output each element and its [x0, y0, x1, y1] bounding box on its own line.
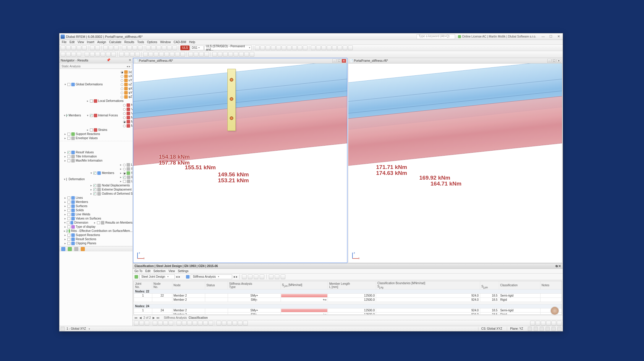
tb2-af-icon[interactable]	[239, 52, 244, 57]
tb-b-icon[interactable]	[151, 45, 156, 50]
tb-print-icon[interactable]	[82, 45, 87, 50]
tb2-y-icon[interactable]	[199, 52, 204, 57]
tb2-a-icon[interactable]	[61, 52, 65, 57]
tree-item[interactable]: ▸Line Welds	[63, 212, 132, 217]
tp-menu-goto[interactable]: Go To	[135, 269, 143, 273]
tb-open-icon[interactable]	[66, 45, 71, 50]
maximize-button[interactable]: ☐	[548, 35, 554, 39]
tb-g2-icon[interactable]	[260, 45, 265, 50]
vt-u-icon[interactable]	[530, 321, 535, 326]
tree-item[interactable]: ▾Members▸Lines▸Section▸Section Colored▸E…	[89, 163, 132, 183]
nav-tab-data-icon[interactable]	[61, 247, 65, 251]
tp-nextpage-icon[interactable]: ▶	[153, 316, 155, 319]
menu-calculate[interactable]: Calculate	[108, 40, 123, 44]
viewport-left[interactable]: 📄 PortalFrame_stiffness.rf6* — ☐ ✕	[133, 58, 347, 263]
tp-c-icon[interactable]	[254, 274, 258, 279]
nav-tab-views-icon[interactable]	[74, 247, 78, 251]
uls-tag[interactable]: ULS	[180, 45, 190, 50]
tb-results-icon[interactable]	[127, 45, 132, 50]
tb2-u-icon[interactable]	[175, 52, 180, 57]
tp-prevpage-icon[interactable]: ◀	[139, 316, 142, 319]
tp-tab-stiffness[interactable]: Stiffness Analysis	[164, 316, 187, 319]
design-combo[interactable]: Steel Joint Design	[139, 274, 175, 279]
tp-menu-settings[interactable]: Settings	[178, 269, 188, 273]
menu-options[interactable]: Options	[146, 40, 158, 44]
tb-g6-icon[interactable]	[281, 45, 286, 50]
vt-e-icon[interactable]	[158, 321, 163, 326]
tp-d-icon[interactable]	[260, 274, 264, 279]
tree-item[interactable]: ▸Local Torsional Rotations	[119, 179, 132, 183]
tb2-x-icon[interactable]	[194, 52, 198, 57]
vt-r-icon[interactable]	[232, 321, 237, 326]
tb2-k-icon[interactable]	[119, 52, 124, 57]
menu-assign[interactable]: Assign	[96, 40, 107, 44]
classification-table[interactable]: JointNo.NodeNo.NodeStatusStiffness Analy…	[133, 281, 562, 315]
sb-c-icon[interactable]	[540, 327, 544, 331]
tb2-b-icon[interactable]	[66, 52, 71, 57]
vt-y-icon[interactable]	[551, 321, 556, 326]
tree-item[interactable]: ▸Clipping Planes	[63, 241, 132, 245]
tb-g9-icon[interactable]	[297, 45, 302, 50]
tb-h3-icon[interactable]	[321, 45, 326, 50]
tb2-l-icon[interactable]	[124, 52, 129, 57]
tb-e-icon[interactable]	[167, 45, 172, 50]
tree-item[interactable]: ▸Solids	[63, 208, 132, 212]
menu-insert[interactable]: Insert	[86, 40, 96, 44]
menu-window[interactable]: Window	[159, 40, 172, 44]
tb-new-icon[interactable]	[61, 45, 65, 50]
vt-w-icon[interactable]	[541, 321, 546, 326]
vt-x-icon[interactable]	[546, 321, 551, 326]
menu-results[interactable]: Results	[123, 40, 135, 44]
tree-item[interactable]: ▸Section	[119, 167, 132, 171]
tree-item[interactable]: ▸Title Information	[63, 155, 132, 159]
tp-b-icon[interactable]	[248, 274, 253, 279]
tree-item[interactable]: ▸Lines	[63, 196, 132, 200]
menu-view[interactable]: View	[76, 40, 85, 44]
vt-f-icon[interactable]	[163, 321, 168, 326]
canvas-right[interactable]: zx 171.71 kNm174.63 kNm169.92 kNm164.71 …	[348, 64, 562, 263]
tp-a-icon[interactable]	[242, 274, 247, 279]
tb2-h-icon[interactable]	[101, 52, 105, 57]
tb-h5-icon[interactable]	[332, 45, 337, 50]
tb2-ac-icon[interactable]	[223, 52, 228, 57]
tb-reports-icon[interactable]	[132, 45, 137, 50]
results-tree-upper[interactable]: ▾Global Deformations|u|uXuYuZφXφYφZ▾Memb…	[59, 69, 132, 141]
vt-o-icon[interactable]	[216, 321, 221, 326]
tb-h2-icon[interactable]	[316, 45, 321, 50]
tb-f-icon[interactable]	[172, 45, 177, 50]
tb-g10-icon[interactable]	[303, 45, 308, 50]
tb-copy-icon[interactable]	[109, 45, 113, 50]
tree-item[interactable]: ▸Members	[63, 200, 132, 204]
tree-item[interactable]: ▸Values on Surfaces	[63, 217, 132, 221]
tb-g8-icon[interactable]	[292, 45, 297, 50]
sb-cs-icon[interactable]	[61, 327, 65, 331]
tb-redo-icon[interactable]	[95, 45, 100, 50]
nav-tab-results-icon[interactable]	[81, 247, 85, 251]
tp-menu-view[interactable]: View	[169, 269, 175, 273]
tb-g3-icon[interactable]	[266, 45, 270, 50]
tb2-i-icon[interactable]	[106, 52, 111, 57]
vp-min-icon[interactable]: —	[547, 59, 551, 63]
navigator-pin-icon[interactable]: 📌	[106, 58, 111, 62]
vt-a-icon[interactable]	[134, 321, 139, 326]
vt-d-icon[interactable]	[153, 321, 157, 326]
tb2-ag-icon[interactable]	[244, 52, 249, 57]
sb-f-icon[interactable]	[557, 327, 562, 331]
menu-edit[interactable]: Edit	[68, 40, 76, 44]
tp-next2-icon[interactable]: ▸	[236, 275, 237, 278]
tb-h8-icon[interactable]	[348, 45, 353, 50]
tb-d-icon[interactable]	[162, 45, 166, 50]
vt-j-icon[interactable]	[187, 321, 192, 326]
tree-item[interactable]: ▸Lines	[119, 163, 132, 167]
vt-k-icon[interactable]	[192, 321, 197, 326]
tb2-z-icon[interactable]	[204, 52, 209, 57]
sb-b-icon[interactable]	[534, 327, 538, 331]
tb2-c-icon[interactable]	[71, 52, 76, 57]
vp-close-icon[interactable]: ✕	[342, 59, 346, 63]
vt-n-icon[interactable]	[208, 321, 213, 326]
tree-item[interactable]: ▸Nodal Displacements	[89, 183, 132, 188]
vt-v-icon[interactable]	[535, 321, 540, 326]
tp-e-icon[interactable]	[269, 274, 274, 279]
tb-g7-icon[interactable]	[287, 45, 292, 50]
tb-paste-icon[interactable]	[114, 45, 119, 50]
